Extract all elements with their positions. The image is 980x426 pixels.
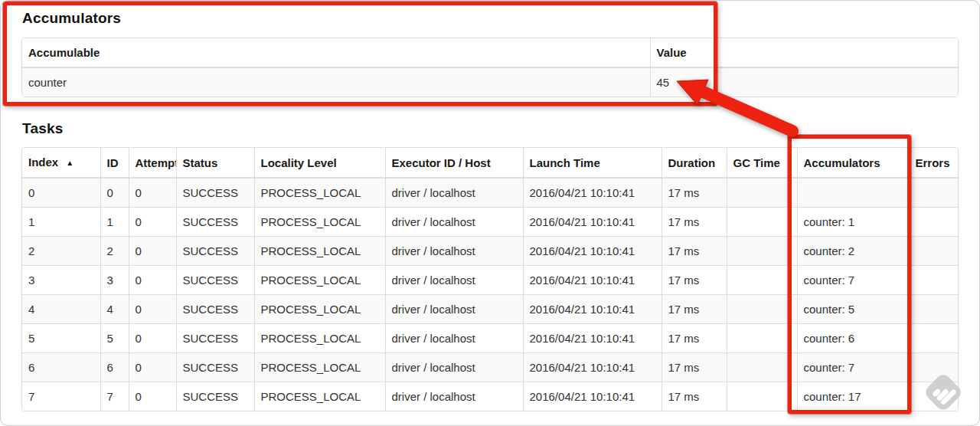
task-cell-errors (909, 237, 958, 266)
duration-column-header[interactable]: Duration (662, 148, 727, 178)
task-cell-attempt: 0 (129, 324, 176, 353)
task-cell-gc_time (727, 353, 797, 382)
task-cell-launch: 2016/04/21 10:10:41 (523, 295, 662, 324)
task-cell-locality: PROCESS_LOCAL (254, 266, 385, 295)
task-cell-duration: 17 ms (662, 382, 727, 411)
task-cell-duration: 17 ms (662, 324, 727, 353)
task-cell-index: 0 (22, 178, 100, 208)
task-cell-attempt: 0 (129, 382, 176, 411)
value-column-header[interactable]: Value (650, 38, 958, 67)
task-cell-launch: 2016/04/21 10:10:41 (523, 324, 662, 353)
task-cell-index: 3 (22, 266, 100, 295)
sort-ascending-icon: ▲ (66, 159, 74, 167)
attempt-column-header[interactable]: Attempt (129, 148, 176, 178)
index-column-header[interactable]: Index▲ (22, 148, 100, 178)
task-cell-id: 6 (100, 353, 129, 382)
task-cell-executor: driver / localhost (385, 208, 523, 237)
task-cell-launch: 2016/04/21 10:10:41 (523, 266, 662, 295)
locality-level-column-header[interactable]: Locality Level (254, 148, 385, 178)
task-cell-errors (909, 208, 958, 237)
accumulable-name-cell: counter (22, 67, 650, 97)
task-cell-index: 1 (22, 208, 100, 237)
task-cell-status: SUCCESS (176, 178, 254, 208)
task-cell-gc_time (727, 295, 797, 324)
task-cell-id: 1 (100, 208, 129, 237)
accumulators-table: Accumulable Value counter 45 (21, 38, 959, 97)
task-cell-locality: PROCESS_LOCAL (254, 324, 385, 353)
task-cell-launch: 2016/04/21 10:10:41 (523, 353, 662, 382)
task-cell-errors (909, 266, 958, 295)
task-cell-duration: 17 ms (662, 208, 727, 237)
task-cell-attempt: 0 (129, 208, 176, 237)
task-row: 660SUCCESSPROCESS_LOCALdriver / localhos… (22, 353, 958, 382)
task-cell-duration: 17 ms (662, 178, 727, 208)
status-column-header[interactable]: Status (176, 148, 254, 178)
task-cell-status: SUCCESS (176, 208, 254, 237)
index-header-label: Index (28, 156, 58, 169)
task-cell-accumulators: counter: 7 (797, 266, 909, 295)
task-cell-index: 6 (22, 353, 100, 382)
task-cell-status: SUCCESS (176, 382, 254, 411)
task-cell-executor: driver / localhost (385, 353, 523, 382)
task-cell-id: 4 (100, 295, 129, 324)
tasks-table-body: 000SUCCESSPROCESS_LOCALdriver / localhos… (22, 178, 958, 411)
task-cell-index: 5 (22, 324, 100, 353)
task-cell-executor: driver / localhost (385, 178, 523, 208)
tasks-section-title: Tasks (22, 120, 959, 137)
task-cell-locality: PROCESS_LOCAL (254, 237, 385, 266)
task-cell-duration: 17 ms (662, 295, 727, 324)
task-cell-gc_time (727, 324, 797, 353)
gc-time-column-header[interactable]: GC Time (727, 148, 797, 178)
tasks-table: Index▲ ID Attempt Status Locality Level … (21, 147, 959, 411)
task-cell-accumulators: counter: 1 (797, 208, 909, 237)
task-cell-index: 2 (22, 237, 100, 266)
task-row: 000SUCCESSPROCESS_LOCALdriver / localhos… (22, 178, 958, 208)
accumulators-column-header[interactable]: Accumulators (797, 148, 909, 178)
accumulators-header-row: Accumulable Value (22, 38, 958, 67)
errors-column-header[interactable]: Errors (909, 148, 958, 178)
task-cell-id: 5 (100, 324, 129, 353)
task-cell-status: SUCCESS (176, 324, 254, 353)
task-cell-accumulators: counter: 2 (797, 237, 909, 266)
accumulable-column-header[interactable]: Accumulable (22, 38, 650, 67)
page-content: Accumulators Accumulable Value counter 4… (21, 0, 959, 411)
task-cell-attempt: 0 (129, 266, 176, 295)
task-cell-executor: driver / localhost (385, 324, 523, 353)
task-cell-index: 7 (22, 382, 100, 411)
task-cell-locality: PROCESS_LOCAL (254, 353, 385, 382)
task-cell-launch: 2016/04/21 10:10:41 (523, 178, 662, 208)
task-row: 440SUCCESSPROCESS_LOCALdriver / localhos… (22, 295, 958, 324)
task-cell-locality: PROCESS_LOCAL (254, 178, 385, 208)
task-cell-accumulators: counter: 6 (797, 324, 909, 353)
tasks-header-row: Index▲ ID Attempt Status Locality Level … (22, 148, 958, 178)
task-cell-locality: PROCESS_LOCAL (254, 382, 385, 411)
task-cell-launch: 2016/04/21 10:10:41 (523, 237, 662, 266)
launch-time-column-header[interactable]: Launch Time (523, 148, 662, 178)
task-cell-gc_time (727, 208, 797, 237)
id-column-header[interactable]: ID (100, 148, 129, 178)
executor-id-host-column-header[interactable]: Executor ID / Host (385, 148, 523, 178)
task-cell-id: 3 (100, 266, 129, 295)
task-cell-gc_time (727, 178, 797, 208)
task-cell-status: SUCCESS (176, 266, 254, 295)
task-cell-executor: driver / localhost (385, 382, 523, 411)
task-cell-accumulators (797, 178, 909, 208)
task-cell-launch: 2016/04/21 10:10:41 (523, 382, 662, 411)
task-cell-gc_time (727, 382, 797, 411)
task-cell-duration: 17 ms (662, 237, 727, 266)
accumulator-row: counter 45 (22, 67, 958, 97)
task-cell-executor: driver / localhost (385, 295, 523, 324)
task-row: 550SUCCESSPROCESS_LOCALdriver / localhos… (22, 324, 958, 353)
task-row: 110SUCCESSPROCESS_LOCALdriver / localhos… (22, 208, 958, 237)
task-cell-accumulators: counter: 7 (797, 353, 909, 382)
task-cell-executor: driver / localhost (385, 266, 523, 295)
task-cell-launch: 2016/04/21 10:10:41 (523, 208, 662, 237)
task-cell-accumulators: counter: 5 (797, 295, 909, 324)
task-cell-index: 4 (22, 295, 100, 324)
task-cell-id: 2 (100, 237, 129, 266)
task-cell-executor: driver / localhost (385, 237, 523, 266)
task-cell-status: SUCCESS (176, 237, 254, 266)
task-cell-errors (909, 324, 958, 353)
task-cell-errors (909, 178, 958, 208)
task-row: 220SUCCESSPROCESS_LOCALdriver / localhos… (22, 237, 958, 266)
